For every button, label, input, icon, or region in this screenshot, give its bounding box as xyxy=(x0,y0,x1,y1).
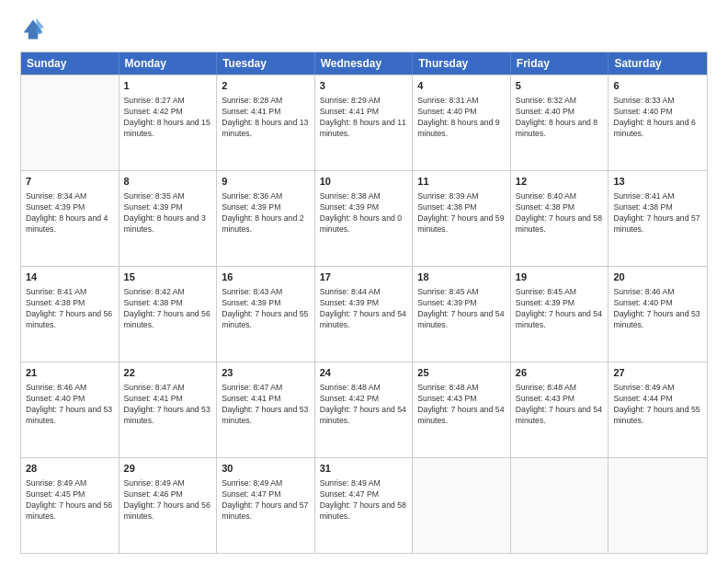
calendar-cell: 15Sunrise: 8:42 AM Sunset: 4:38 PM Dayli… xyxy=(119,267,218,362)
cell-info: Sunrise: 8:43 AM Sunset: 4:39 PM Dayligh… xyxy=(222,286,310,330)
calendar-header-cell: Thursday xyxy=(413,52,511,75)
calendar-cell: 3Sunrise: 8:29 AM Sunset: 4:41 PM Daylig… xyxy=(315,75,414,170)
day-number: 21 xyxy=(26,366,114,380)
day-number: 28 xyxy=(26,462,114,476)
calendar-cell: 13Sunrise: 8:41 AM Sunset: 4:38 PM Dayli… xyxy=(609,171,707,266)
calendar-cell: 6Sunrise: 8:33 AM Sunset: 4:40 PM Daylig… xyxy=(609,75,707,170)
day-number: 26 xyxy=(516,366,604,380)
cell-info: Sunrise: 8:47 AM Sunset: 4:41 PM Dayligh… xyxy=(124,382,212,426)
calendar-cell xyxy=(609,458,707,553)
calendar-cell: 19Sunrise: 8:45 AM Sunset: 4:39 PM Dayli… xyxy=(511,267,609,362)
calendar-cell: 9Sunrise: 8:36 AM Sunset: 4:39 PM Daylig… xyxy=(217,171,315,266)
calendar-cell: 27Sunrise: 8:49 AM Sunset: 4:44 PM Dayli… xyxy=(609,362,707,457)
day-number: 4 xyxy=(417,79,506,93)
day-number: 5 xyxy=(516,79,604,93)
calendar-header-cell: Wednesday xyxy=(315,52,414,75)
calendar-row: 14Sunrise: 8:41 AM Sunset: 4:38 PM Dayli… xyxy=(21,266,707,362)
calendar-row: 7Sunrise: 8:34 AM Sunset: 4:39 PM Daylig… xyxy=(21,170,707,266)
calendar-cell: 25Sunrise: 8:48 AM Sunset: 4:43 PM Dayli… xyxy=(413,362,511,457)
cell-info: Sunrise: 8:48 AM Sunset: 4:42 PM Dayligh… xyxy=(320,382,408,426)
calendar-cell: 20Sunrise: 8:46 AM Sunset: 4:40 PM Dayli… xyxy=(609,267,707,362)
calendar-cell xyxy=(21,75,119,170)
calendar-cell: 12Sunrise: 8:40 AM Sunset: 4:38 PM Dayli… xyxy=(511,171,609,266)
calendar-cell: 23Sunrise: 8:47 AM Sunset: 4:41 PM Dayli… xyxy=(217,362,315,457)
calendar-row: 1Sunrise: 8:27 AM Sunset: 4:42 PM Daylig… xyxy=(21,75,707,170)
cell-info: Sunrise: 8:28 AM Sunset: 4:41 PM Dayligh… xyxy=(222,95,310,139)
calendar-cell: 30Sunrise: 8:49 AM Sunset: 4:47 PM Dayli… xyxy=(217,458,315,553)
cell-info: Sunrise: 8:47 AM Sunset: 4:41 PM Dayligh… xyxy=(222,382,310,426)
cell-info: Sunrise: 8:46 AM Sunset: 4:40 PM Dayligh… xyxy=(26,382,114,426)
cell-info: Sunrise: 8:46 AM Sunset: 4:40 PM Dayligh… xyxy=(613,286,702,330)
cell-info: Sunrise: 8:45 AM Sunset: 4:39 PM Dayligh… xyxy=(417,286,506,330)
calendar-cell xyxy=(413,458,511,553)
day-number: 30 xyxy=(222,462,310,476)
calendar-cell: 1Sunrise: 8:27 AM Sunset: 4:42 PM Daylig… xyxy=(119,75,218,170)
header xyxy=(20,17,708,42)
day-number: 6 xyxy=(613,79,702,93)
calendar-cell: 14Sunrise: 8:41 AM Sunset: 4:38 PM Dayli… xyxy=(21,267,119,362)
day-number: 15 xyxy=(124,270,212,284)
calendar-body: 1Sunrise: 8:27 AM Sunset: 4:42 PM Daylig… xyxy=(21,75,707,553)
calendar-cell: 26Sunrise: 8:48 AM Sunset: 4:43 PM Dayli… xyxy=(511,362,609,457)
cell-info: Sunrise: 8:29 AM Sunset: 4:41 PM Dayligh… xyxy=(320,95,408,139)
calendar-cell: 28Sunrise: 8:49 AM Sunset: 4:45 PM Dayli… xyxy=(21,458,119,553)
calendar: SundayMondayTuesdayWednesdayThursdayFrid… xyxy=(20,52,708,554)
calendar-cell: 11Sunrise: 8:39 AM Sunset: 4:38 PM Dayli… xyxy=(413,171,511,266)
calendar-header-cell: Saturday xyxy=(609,52,707,75)
cell-info: Sunrise: 8:49 AM Sunset: 4:47 PM Dayligh… xyxy=(222,477,310,522)
calendar-header-cell: Tuesday xyxy=(217,52,315,75)
cell-info: Sunrise: 8:45 AM Sunset: 4:39 PM Dayligh… xyxy=(516,286,604,330)
day-number: 12 xyxy=(516,175,604,189)
cell-info: Sunrise: 8:49 AM Sunset: 4:46 PM Dayligh… xyxy=(124,477,212,522)
day-number: 14 xyxy=(26,270,114,284)
cell-info: Sunrise: 8:48 AM Sunset: 4:43 PM Dayligh… xyxy=(417,382,506,426)
day-number: 19 xyxy=(516,270,604,284)
day-number: 22 xyxy=(124,366,212,380)
cell-info: Sunrise: 8:41 AM Sunset: 4:38 PM Dayligh… xyxy=(613,190,702,235)
cell-info: Sunrise: 8:38 AM Sunset: 4:39 PM Dayligh… xyxy=(320,190,408,235)
calendar-cell: 29Sunrise: 8:49 AM Sunset: 4:46 PM Dayli… xyxy=(119,458,218,553)
day-number: 1 xyxy=(124,79,212,93)
cell-info: Sunrise: 8:34 AM Sunset: 4:39 PM Dayligh… xyxy=(26,190,114,235)
day-number: 9 xyxy=(222,175,310,189)
calendar-cell: 5Sunrise: 8:32 AM Sunset: 4:40 PM Daylig… xyxy=(511,75,609,170)
calendar-header-row: SundayMondayTuesdayWednesdayThursdayFrid… xyxy=(21,52,707,75)
calendar-row: 21Sunrise: 8:46 AM Sunset: 4:40 PM Dayli… xyxy=(21,362,707,457)
cell-info: Sunrise: 8:40 AM Sunset: 4:38 PM Dayligh… xyxy=(516,190,604,235)
calendar-cell: 7Sunrise: 8:34 AM Sunset: 4:39 PM Daylig… xyxy=(21,171,119,266)
day-number: 11 xyxy=(417,175,506,189)
cell-info: Sunrise: 8:35 AM Sunset: 4:39 PM Dayligh… xyxy=(124,190,212,235)
calendar-cell xyxy=(511,458,609,553)
day-number: 23 xyxy=(222,366,310,380)
cell-info: Sunrise: 8:36 AM Sunset: 4:39 PM Dayligh… xyxy=(222,190,310,235)
cell-info: Sunrise: 8:32 AM Sunset: 4:40 PM Dayligh… xyxy=(516,95,604,139)
day-number: 10 xyxy=(320,175,408,189)
day-number: 24 xyxy=(320,366,408,380)
day-number: 17 xyxy=(320,270,408,284)
cell-info: Sunrise: 8:41 AM Sunset: 4:38 PM Dayligh… xyxy=(26,286,114,330)
svg-marker-2 xyxy=(37,18,45,35)
day-number: 27 xyxy=(613,366,702,380)
day-number: 20 xyxy=(613,270,702,284)
cell-info: Sunrise: 8:31 AM Sunset: 4:40 PM Dayligh… xyxy=(417,95,506,139)
calendar-cell: 16Sunrise: 8:43 AM Sunset: 4:39 PM Dayli… xyxy=(217,267,315,362)
calendar-cell: 21Sunrise: 8:46 AM Sunset: 4:40 PM Dayli… xyxy=(21,362,119,457)
calendar-cell: 24Sunrise: 8:48 AM Sunset: 4:42 PM Dayli… xyxy=(315,362,414,457)
calendar-cell: 31Sunrise: 8:49 AM Sunset: 4:47 PM Dayli… xyxy=(315,458,414,553)
calendar-cell: 10Sunrise: 8:38 AM Sunset: 4:39 PM Dayli… xyxy=(315,171,414,266)
cell-info: Sunrise: 8:44 AM Sunset: 4:39 PM Dayligh… xyxy=(320,286,408,330)
logo-icon xyxy=(20,17,46,42)
day-number: 25 xyxy=(417,366,506,380)
cell-info: Sunrise: 8:39 AM Sunset: 4:38 PM Dayligh… xyxy=(417,190,506,235)
cell-info: Sunrise: 8:49 AM Sunset: 4:44 PM Dayligh… xyxy=(613,382,702,426)
cell-info: Sunrise: 8:49 AM Sunset: 4:45 PM Dayligh… xyxy=(26,477,114,522)
calendar-header-cell: Sunday xyxy=(21,52,119,75)
cell-info: Sunrise: 8:42 AM Sunset: 4:38 PM Dayligh… xyxy=(124,286,212,330)
day-number: 3 xyxy=(320,79,408,93)
calendar-cell: 4Sunrise: 8:31 AM Sunset: 4:40 PM Daylig… xyxy=(413,75,511,170)
logo xyxy=(20,17,50,42)
day-number: 31 xyxy=(320,462,408,476)
cell-info: Sunrise: 8:27 AM Sunset: 4:42 PM Dayligh… xyxy=(124,95,212,139)
calendar-cell: 8Sunrise: 8:35 AM Sunset: 4:39 PM Daylig… xyxy=(119,171,218,266)
cell-info: Sunrise: 8:48 AM Sunset: 4:43 PM Dayligh… xyxy=(516,382,604,426)
